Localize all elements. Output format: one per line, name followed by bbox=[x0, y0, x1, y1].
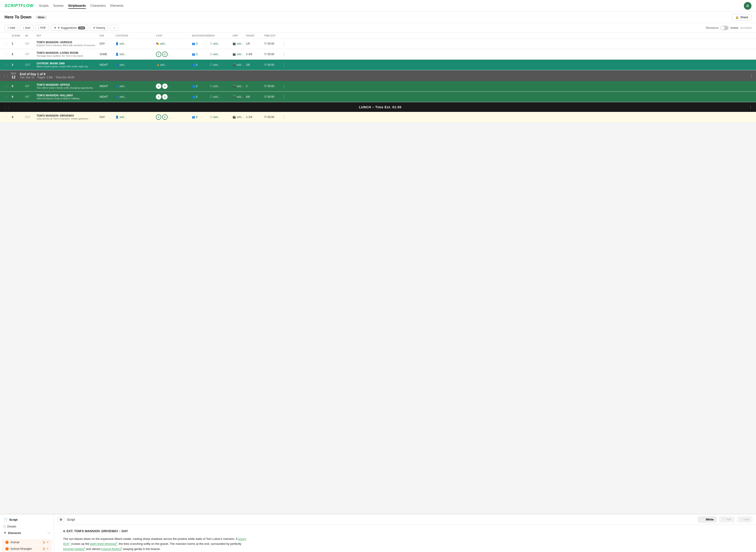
drag-handle-9[interactable]: ⋮⋮ bbox=[3, 95, 11, 98]
add-cast-1[interactable]: 🎭 add... bbox=[156, 42, 167, 45]
scene-bg-3: 👥 0 bbox=[191, 63, 209, 66]
panel-toggle-button[interactable]: ⊞ bbox=[58, 517, 64, 522]
day-sep-more[interactable]: ⋮ bbox=[750, 74, 753, 78]
nav-characters[interactable]: Characters bbox=[90, 3, 106, 9]
scene-more-9[interactable]: ⋮ bbox=[281, 95, 289, 99]
active-status[interactable]: Active bbox=[730, 26, 738, 29]
lunch-drag[interactable]: ⋮⋮ bbox=[4, 105, 10, 109]
day-sep-info: End of Day 1 of 8 Tue, Nov 12 Pages: 2 6… bbox=[20, 72, 74, 79]
lunch-more[interactable]: ⋮ bbox=[749, 105, 752, 109]
nav-scripts[interactable]: Scripts bbox=[39, 3, 49, 9]
element-animal[interactable]: Animal 1 ▾ bbox=[2, 539, 52, 545]
th-day: Day bbox=[209, 34, 232, 37]
drag-handle-1[interactable]: ⋮⋮ bbox=[3, 42, 11, 45]
scene-ie-8: INT bbox=[24, 85, 35, 88]
day-separator: ⋮⋮ NOV 12 End of Day 1 of 8 Tue, Nov 12 … bbox=[0, 70, 756, 81]
cast-badge-4-2: 6 bbox=[162, 114, 168, 120]
app-logo[interactable]: SCRIPTFLOW bbox=[4, 3, 33, 8]
scene-more-4[interactable]: ⋮ bbox=[281, 115, 289, 119]
scene-desc-9: Julia introduces Sully to Matt in hallwa… bbox=[36, 97, 98, 100]
nav-stripboards[interactable]: Stripboards bbox=[68, 3, 86, 9]
th-pages: Pages bbox=[245, 34, 263, 37]
scene-unit-9: 🎬 add... bbox=[232, 95, 245, 98]
scene-location-3: 👤 add... bbox=[114, 63, 155, 66]
scene-time-9: ⏱ 00:00 bbox=[263, 95, 281, 98]
scene-more-8[interactable]: ⋮ bbox=[281, 84, 289, 89]
add-unit-2[interactable]: 🎬 add... bbox=[232, 53, 243, 56]
script-para-1: The sun blazes down on the expansive Mia… bbox=[63, 537, 248, 552]
elements-header-dots[interactable]: ⋯ bbox=[47, 531, 50, 535]
navbar: SCRIPTFLOW Scripts Scenes Stripboards Ch… bbox=[0, 0, 756, 12]
scene-row-1: ⋮⋮ 1 INT TOM'S MANSION -VARIOUS Explore … bbox=[0, 38, 756, 49]
add-unit-3[interactable]: 🎬 add... bbox=[232, 63, 243, 66]
scene-more-3[interactable]: ⋮ bbox=[281, 63, 289, 67]
white-rev-button[interactable]: 📄 White bbox=[698, 517, 717, 522]
left-panel-tabs: 📄 Script □ Details ✦ Elements ⋯ bbox=[0, 514, 54, 538]
share-button[interactable]: 🔒 Share bbox=[732, 14, 752, 20]
add-button[interactable]: + Add bbox=[4, 25, 18, 31]
add-day-2[interactable]: ☐ add... bbox=[210, 53, 220, 56]
left-tab-details[interactable]: □ Details bbox=[0, 523, 54, 530]
more-button[interactable]: ⋯ bbox=[110, 25, 119, 31]
add-location-9[interactable]: 👤 add... bbox=[115, 95, 126, 98]
add-day-8[interactable]: ☐ add... bbox=[210, 85, 220, 88]
scene-more-2[interactable]: ⋮ bbox=[281, 52, 289, 56]
drag-handle-8[interactable]: ⋮⋮ bbox=[3, 85, 11, 88]
scene-location-2: 👤 add... bbox=[114, 53, 155, 56]
drag-handle-3[interactable]: ⋮⋮ bbox=[3, 63, 11, 66]
archived-status[interactable]: Archived bbox=[740, 26, 752, 29]
add-unit-4[interactable]: 🎬 add... bbox=[232, 116, 243, 119]
scene-unit-2: 🎬 add... bbox=[232, 53, 245, 56]
scene-num-9: 9 bbox=[11, 95, 24, 98]
pdf-button[interactable]: ↓ PDF bbox=[35, 25, 49, 31]
add-location-3[interactable]: 👤 add... bbox=[115, 63, 126, 66]
scene-cast-3: 🎭 add... bbox=[155, 63, 191, 66]
add-unit-1[interactable]: 🎬 add... bbox=[232, 42, 243, 45]
cast-badge-8-2: 6 bbox=[162, 84, 168, 89]
elements-header-label: Elements bbox=[8, 531, 21, 535]
left-tab-script[interactable]: 📄 Script bbox=[0, 516, 54, 523]
add-location-2[interactable]: 👤 add... bbox=[115, 53, 126, 56]
scene-cast-9: 4 6 ... bbox=[155, 94, 191, 100]
suggestions-button[interactable]: ✦ ✦ Suggestions 275 bbox=[51, 25, 88, 31]
add-day-9[interactable]: ☐ add... bbox=[210, 95, 220, 98]
scene-dn-3: NIGHT bbox=[99, 63, 114, 66]
add-unit-8[interactable]: 🎬 add... bbox=[232, 85, 243, 88]
scene-title-9: TOM'S MANSION -HALLWAY bbox=[36, 94, 98, 97]
animal-count: 1 bbox=[42, 541, 46, 544]
cast-more-2: ... bbox=[169, 53, 171, 55]
na1-button[interactable]: 📄 N/A bbox=[719, 517, 734, 522]
na2-button[interactable]: 📄 N/A bbox=[737, 517, 752, 522]
add-day-1[interactable]: ☐ add... bbox=[210, 42, 220, 45]
sort-button[interactable]: ↕ Sort bbox=[20, 25, 33, 31]
add-location-1[interactable]: 👤 add... bbox=[115, 42, 126, 45]
user-avatar[interactable]: D bbox=[744, 2, 752, 10]
project-title: Here To Down bbox=[4, 15, 31, 20]
share-icon: 🔒 bbox=[735, 15, 739, 19]
drag-handle-4[interactable]: ⋮⋮ bbox=[3, 116, 11, 119]
add-day-3[interactable]: ☐ add... bbox=[210, 63, 220, 66]
drag-handle-2[interactable]: ⋮⋮ bbox=[3, 53, 11, 56]
nav-elements[interactable]: Elements bbox=[110, 3, 123, 9]
history-button[interactable]: ↺ History bbox=[90, 25, 108, 31]
scene-title-3: CHYRON: MIAMI 1999 bbox=[36, 62, 98, 65]
th-time: Time Est. bbox=[263, 34, 281, 37]
day-sep-drag[interactable]: ⋮⋮ bbox=[3, 74, 11, 78]
scene-set-2: TOM'S MANSION -LIVING ROOM Teenage boys … bbox=[35, 51, 99, 57]
element-animal-wrangler[interactable]: Animal Wrangler 1 ▾ bbox=[2, 546, 52, 552]
scene-desc-2: Teenage boys audition for Tom's boy band… bbox=[36, 54, 98, 57]
scene-num-2: 2 bbox=[11, 53, 24, 56]
suggestions-icon: ✦ bbox=[54, 26, 56, 29]
scene-desc-8: Tom offers Sully's family a life-changin… bbox=[36, 87, 98, 89]
animal-wrangler-count: 1 bbox=[42, 547, 46, 550]
add-location-8[interactable]: 👤 add... bbox=[115, 85, 126, 88]
nav-scenes[interactable]: Scenes bbox=[53, 3, 64, 9]
details-icon: □ bbox=[4, 525, 5, 528]
add-location-4[interactable]: 👤 add... bbox=[115, 116, 126, 119]
scene-desc-1: Explore Tom's mansion filled with symbol… bbox=[36, 44, 98, 46]
scene-more-1[interactable]: ⋮ bbox=[281, 42, 289, 46]
add-day-4[interactable]: ☐ add... bbox=[210, 116, 220, 119]
revisions-toggle[interactable] bbox=[721, 26, 729, 30]
add-cast-3[interactable]: 🎭 add... bbox=[156, 63, 167, 66]
add-unit-9[interactable]: 🎬 add... bbox=[232, 95, 243, 98]
